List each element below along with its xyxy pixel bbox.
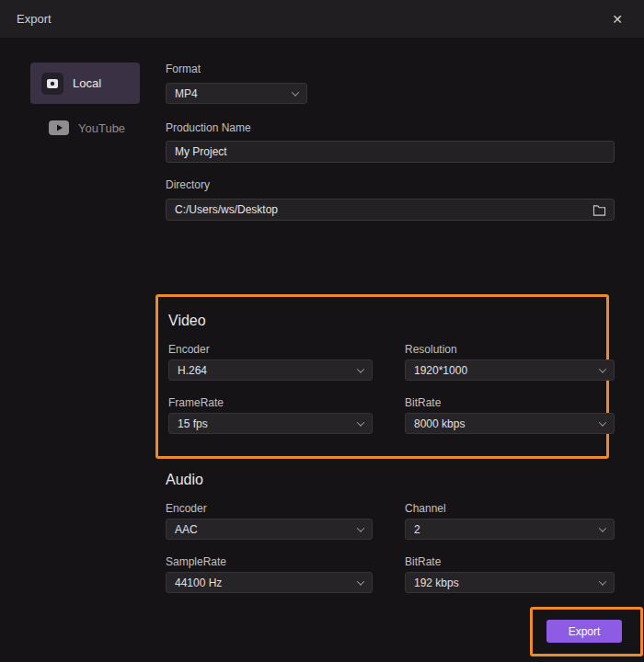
video-framerate-value: 15 fps	[178, 417, 208, 430]
youtube-icon	[49, 120, 69, 135]
video-resolution-value: 1920*1000	[414, 364, 467, 377]
chevron-down-icon	[599, 365, 606, 372]
chevron-down-icon	[599, 524, 606, 531]
chevron-down-icon	[357, 577, 364, 585]
chevron-down-icon	[599, 577, 606, 585]
chevron-down-icon	[292, 88, 299, 96]
video-resolution-dropdown[interactable]: 1920*1000	[405, 360, 615, 381]
video-framerate-dropdown[interactable]: 15 fps	[168, 413, 373, 434]
video-encoder-label: Encoder	[168, 343, 210, 356]
video-encoder-value: H.264	[178, 364, 207, 377]
audio-bitrate-value: 192 kbps	[414, 576, 459, 589]
video-framerate-label: FrameRate	[168, 396, 224, 409]
audio-samplerate-dropdown[interactable]: 44100 Hz	[166, 572, 373, 593]
audio-encoder-value: AAC	[175, 523, 198, 536]
format-value: MP4	[175, 87, 198, 100]
audio-bitrate-label: BitRate	[405, 555, 441, 568]
format-label: Format	[166, 63, 201, 75]
audio-encoder-label: Encoder	[166, 502, 207, 515]
chevron-down-icon	[357, 524, 364, 531]
audio-samplerate-label: SampleRate	[166, 555, 226, 568]
chevron-down-icon	[357, 365, 364, 372]
close-icon[interactable]: ✕	[607, 9, 627, 29]
audio-encoder-dropdown[interactable]: AAC	[166, 519, 373, 540]
export-dialog: Export ✕ Local YouTube Format MP4 Produc…	[0, 0, 644, 662]
dialog-title: Export	[17, 12, 52, 26]
video-bitrate-value: 8000 kbps	[414, 417, 465, 430]
production-name-label: Production Name	[166, 121, 251, 134]
export-button[interactable]: Export	[546, 620, 622, 643]
production-name-input[interactable]	[166, 141, 615, 163]
audio-channel-value: 2	[414, 523, 420, 536]
directory-label: Directory	[166, 178, 210, 191]
sidebar-item-label: Local	[73, 76, 101, 90]
audio-channel-label: Channel	[405, 502, 446, 515]
sidebar-item-local[interactable]: Local	[30, 63, 140, 104]
audio-section-title: Audio	[166, 472, 203, 488]
directory-input[interactable]	[175, 203, 592, 216]
video-bitrate-label: BitRate	[405, 396, 441, 409]
drive-icon	[41, 73, 63, 95]
chevron-down-icon	[357, 418, 364, 426]
video-section-title: Video	[168, 313, 206, 329]
sidebar-item-label: YouTube	[78, 121, 125, 135]
titlebar: Export ✕	[0, 0, 644, 39]
folder-icon[interactable]	[592, 204, 606, 216]
format-dropdown[interactable]: MP4	[166, 83, 307, 104]
video-encoder-dropdown[interactable]: H.264	[168, 360, 373, 381]
directory-field	[166, 199, 615, 221]
audio-bitrate-dropdown[interactable]: 192 kbps	[405, 572, 615, 593]
sidebar-item-youtube[interactable]: YouTube	[49, 118, 125, 138]
chevron-down-icon	[599, 418, 606, 426]
video-bitrate-dropdown[interactable]: 8000 kbps	[405, 413, 615, 434]
video-resolution-label: Resolution	[405, 343, 457, 356]
audio-channel-dropdown[interactable]: 2	[405, 519, 615, 540]
audio-samplerate-value: 44100 Hz	[175, 576, 222, 589]
